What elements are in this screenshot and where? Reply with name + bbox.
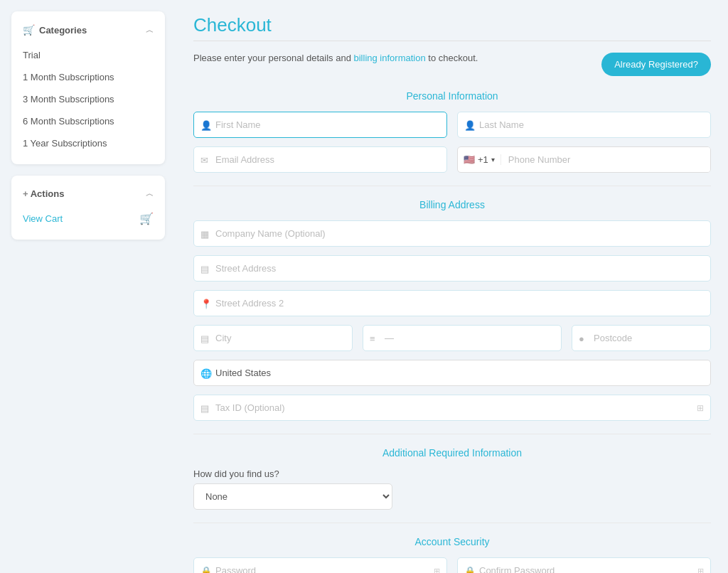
person-icon-last: 👤	[464, 119, 476, 130]
state-input[interactable]	[363, 325, 562, 351]
password-row: 🔒 ⊞ 🔒 ⊞	[193, 557, 711, 573]
street-field: ▤	[193, 255, 711, 282]
street2-field: 📍	[193, 290, 711, 316]
flag-us-icon: 🇺🇸	[464, 154, 475, 165]
how-label: How did you find us?	[193, 468, 711, 479]
password-input[interactable]	[193, 557, 447, 573]
name-row: 👤 👤	[193, 112, 711, 138]
street2-row: 📍	[193, 290, 711, 316]
first-name-field: 👤	[193, 112, 447, 138]
email-icon: ✉	[200, 154, 208, 165]
sidebar-item-1month[interactable]: 1 Month Subscriptions	[11, 66, 165, 88]
tax-input[interactable]	[193, 395, 711, 421]
categories-header: 🛒 Categories ︿	[11, 21, 165, 44]
additional-section: How did you find us? None Google Faceboo…	[193, 468, 711, 510]
personal-info-section-title: Personal Information	[193, 90, 711, 102]
sidebar-item-6month[interactable]: 6 Month Subscriptions	[11, 110, 165, 132]
phone-dropdown-icon: ▾	[491, 156, 495, 164]
company-input[interactable]	[193, 220, 711, 247]
last-name-input[interactable]	[457, 112, 711, 138]
password-field: 🔒 ⊞	[193, 557, 447, 573]
categories-label: Categories	[39, 25, 87, 36]
personal-billing-divider	[193, 186, 711, 186]
account-security-section-title: Account Security	[193, 536, 711, 547]
city-icon: ▤	[200, 333, 209, 343]
chevron-up-icon-actions: ︿	[146, 188, 154, 199]
email-field: ✉	[193, 146, 447, 173]
globe-icon: 🌐	[200, 368, 212, 378]
company-row: ▦	[193, 220, 711, 247]
city-field: ▤	[193, 325, 353, 351]
additional-info-section-title: Additional Required Information	[193, 447, 711, 459]
view-cart-link[interactable]: View Cart	[23, 213, 63, 224]
postcode-icon: ●	[579, 333, 584, 343]
tax-row: ▤ ⊞	[193, 395, 711, 421]
already-registered-button[interactable]: Already Registered?	[601, 53, 711, 76]
billing-address-section-title: Billing Address	[193, 199, 711, 210]
lock-icon-confirm: 🔒	[464, 565, 476, 573]
phone-input[interactable]	[501, 147, 710, 172]
sidebar-item-1year[interactable]: 1 Year Subscriptions	[11, 132, 165, 154]
street2-input[interactable]	[193, 290, 711, 316]
state-icon: ≡	[370, 333, 375, 343]
first-name-input[interactable]	[193, 112, 447, 138]
tax-icon: ▤	[200, 402, 209, 413]
actions-card: + Actions ︿ View Cart 🛒	[11, 176, 165, 240]
billing-link[interactable]: billing information	[353, 53, 425, 63]
tax-right-icon: ⊞	[697, 403, 704, 413]
confirm-password-field: 🔒 ⊞	[457, 557, 711, 573]
country-code: +1	[478, 154, 488, 165]
building-icon: ▦	[200, 228, 209, 239]
postcode-field: ●	[572, 325, 711, 351]
country-select[interactable]: United States	[193, 360, 711, 386]
categories-card: 🛒 Categories ︿ Trial 1 Month Subscriptio…	[11, 11, 165, 164]
state-field: ≡	[363, 325, 562, 351]
tax-field: ▤ ⊞	[193, 395, 711, 421]
confirm-password-input[interactable]	[457, 557, 711, 573]
company-field: ▦	[193, 220, 711, 247]
intro-row: Please enter your personal details and b…	[193, 53, 711, 76]
title-divider	[193, 41, 711, 41]
page-title: Checkout	[193, 14, 711, 36]
person-icon-first: 👤	[200, 119, 212, 130]
how-found-select[interactable]: None Google Facebook Twitter Friend Othe…	[193, 483, 392, 510]
country-row: 🌐 United States	[193, 360, 711, 386]
street-icon: ▤	[200, 263, 209, 274]
billing-additional-divider	[193, 434, 711, 434]
email-input[interactable]	[193, 146, 447, 173]
city-input[interactable]	[193, 325, 353, 351]
view-cart-icon[interactable]: 🛒	[139, 212, 154, 225]
additional-security-divider	[193, 523, 711, 523]
view-cart-row: View Cart 🛒	[11, 208, 165, 230]
chevron-up-icon: ︿	[146, 25, 154, 36]
sidebar-item-3month[interactable]: 3 Month Subscriptions	[11, 88, 165, 110]
map-icon: 📍	[200, 298, 212, 309]
sidebar-item-trial[interactable]: Trial	[11, 44, 165, 66]
actions-label: Actions	[31, 188, 65, 199]
email-phone-row: ✉ 🇺🇸 +1 ▾	[193, 146, 711, 173]
postcode-input[interactable]	[572, 325, 711, 351]
lock-icon-password: 🔒	[200, 565, 212, 573]
intro-text: Please enter your personal details and b…	[193, 53, 478, 63]
street-row: ▤	[193, 255, 711, 282]
phone-flag-selector[interactable]: 🇺🇸 +1 ▾	[458, 154, 501, 165]
actions-header: + Actions ︿	[11, 186, 165, 208]
main-content: Checkout Please enter your personal deta…	[176, 0, 728, 573]
eye-icon-password[interactable]: ⊞	[434, 566, 440, 573]
country-field: 🌐 United States	[193, 360, 711, 386]
street-input[interactable]	[193, 255, 711, 282]
phone-field: 🇺🇸 +1 ▾	[457, 146, 711, 173]
plus-icon: +	[23, 188, 28, 199]
sidebar: 🛒 Categories ︿ Trial 1 Month Subscriptio…	[0, 0, 176, 573]
eye-icon-confirm[interactable]: ⊞	[697, 566, 704, 573]
last-name-field: 👤	[457, 112, 711, 138]
city-state-postcode-row: ▤ ≡ ●	[193, 325, 711, 351]
cart-icon: 🛒	[23, 24, 35, 36]
phone-wrapper: 🇺🇸 +1 ▾	[457, 146, 711, 173]
